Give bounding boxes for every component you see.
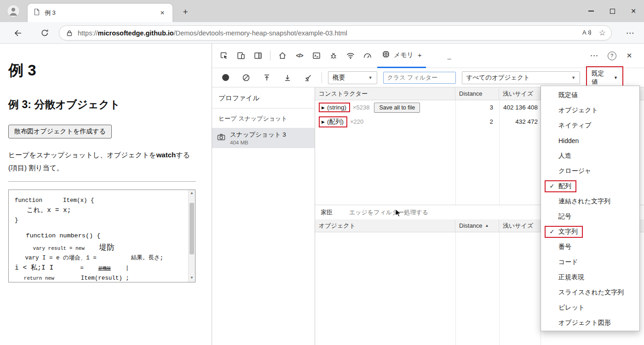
paragraph-text: ヒープをスナップショットし、オブジェクトを [8,151,156,159]
expand-triangle-icon[interactable]: ▶ [322,105,325,110]
collect-garbage-icon[interactable] [301,70,316,85]
chevron-down-icon: ▼ [368,75,373,80]
devtools-close-icon[interactable]: ✕ [622,48,637,63]
column-header-shallow-size[interactable]: 浅いサイズ [499,219,540,232]
code-scrollbar[interactable]: ▲ ▼ [188,190,195,282]
read-aloud-icon[interactable]: A [581,28,592,38]
devtools-help-icon[interactable]: ? [604,48,619,63]
menu-item-object-shape[interactable]: オブジェクト図形 [541,315,639,330]
column-header-shallow-size[interactable]: 浅いサイズ [499,87,540,100]
menu-item-hidden[interactable]: Hidden [541,133,639,148]
menu-item-object[interactable]: オブジェクト [541,103,639,118]
column-header-distance-sorted[interactable]: Distance▲ [455,219,499,232]
toolbar-divider [322,72,322,83]
refresh-button[interactable] [38,26,52,40]
console-icon[interactable] [309,48,324,63]
favorites-star-icon[interactable]: ☆ [599,28,606,38]
device-emulation-icon[interactable] [234,48,248,63]
menu-item-regexp[interactable]: 正規表現 [541,270,639,285]
inspect-element-icon[interactable] [217,48,231,63]
column-header-object[interactable]: オブジェクト [315,219,455,232]
column-divider [499,232,500,345]
menu-item-concat-string[interactable]: 連結された文字列 [541,194,639,209]
browser-menu-icon[interactable]: ⋯ [623,26,638,40]
heap-snapshots-header: ヒープ スナップショット [212,109,315,128]
elements-icon[interactable]: </> [292,48,307,63]
perspective-label: 概要 [333,74,345,82]
menu-item-bigint[interactable]: ビレット [541,300,639,315]
menu-item-sliced-string[interactable]: スライスされた文字列 [541,285,639,300]
url-path: /Demos/devtools-memory-heap-snapshot/exa… [174,29,347,37]
check-icon: ✓ [546,228,558,235]
clear-profiles-icon[interactable] [239,70,253,85]
window-close-button[interactable]: ✕ [623,0,644,22]
expand-triangle-icon[interactable]: ▶ [322,120,325,124]
save-profile-icon[interactable] [259,70,274,85]
page-favicon-icon [33,8,40,17]
menu-item-label: ネイティブ [558,121,592,130]
load-profile-icon[interactable] [280,70,295,85]
column-divider [455,232,456,345]
column-header-distance[interactable]: Distance [455,87,499,100]
code-text: 堤防 [99,241,115,253]
snapshot-name: スナップショット 3 [230,131,286,139]
default-filter-dropdown[interactable]: 既定値 [592,69,609,86]
all-objects-select[interactable]: すべてのオブジェクト ▼ [462,71,580,84]
performance-icon[interactable] [360,48,375,63]
maximize-button[interactable] [602,0,623,22]
scroll-up-icon[interactable]: ▲ [191,190,193,196]
snapshot-list-item[interactable]: スナップショット 3 404 MB [212,128,315,148]
welcome-home-icon[interactable] [275,48,290,63]
page-paragraph: ヒープをスナップショットし、オブジェクトをwatchする(項目) 割り当て。 [8,149,203,174]
add-tools-icon[interactable]: + [418,51,422,59]
page-title: 例 3 [8,60,212,81]
devtools-more-icon[interactable]: ⋯ [587,48,602,63]
profile-avatar-icon[interactable] [7,5,19,17]
menu-item-array[interactable]: ✓配列 [541,178,639,194]
menu-item-closure[interactable]: クロージャ [541,163,639,178]
save-all-to-file-button[interactable]: Save all to file [374,103,420,113]
menu-item-label: 既定値 [558,91,578,99]
address-bar[interactable]: https://microsoftedge.github.io/Demos/de… [59,25,612,40]
perspective-select[interactable]: 概要 ▼ [328,71,377,84]
scrollbar-thumb[interactable] [190,203,194,254]
window-controls: ✕ [581,0,644,22]
menu-item-label: ビレット [558,304,585,312]
browser-tab[interactable]: 例 3 ✕ [28,4,172,22]
menu-item-code[interactable]: コード [541,254,639,270]
record-heap-icon[interactable] [218,70,233,85]
divider [8,181,196,182]
site-info-lock-icon[interactable] [66,29,73,37]
create-scatter-objects-button[interactable]: 散布図オブジェクトを作成する [8,125,112,138]
tab-close-icon[interactable]: ✕ [158,8,167,17]
object-category-menu: 既定値 オブジェクト ネイティブ Hidden 人造 クロージャ ✓配列 連結さ… [540,86,640,331]
class-filter-input[interactable] [383,72,456,84]
url-domain: microsoftedge.github.io [98,29,174,37]
menu-item-native[interactable]: ネイティブ [541,118,639,133]
mouse-cursor [395,209,401,218]
column-header-constructor[interactable]: コンストラクター [315,87,455,100]
svg-text:A: A [582,29,586,36]
menu-item-label: 人造 [558,152,571,160]
memory-chip-icon [381,50,391,60]
menu-item-number[interactable]: 番号 [541,239,639,254]
code-line: return newItem(result) ; [15,274,182,282]
edge-filter-input[interactable]: エッジをフィルター処理する [349,208,428,217]
web-page: 例 3 例 3: 分散オブジェクト 散布図オブジェクトを作成する ヒープをスナッ… [0,44,212,345]
scroll-down-icon[interactable]: ▼ [191,275,193,281]
network-icon[interactable] [343,48,358,63]
menu-item-default[interactable]: 既定値 [541,87,639,103]
issues-bug-icon[interactable] [326,48,341,63]
memory-toolbar: 概要 ▼ すべてのオブジェクト ▼ 既定値 ▼ [212,68,644,87]
tab-memory[interactable]: メモリ + [377,44,426,68]
back-button[interactable] [10,26,24,40]
new-tab-button[interactable]: + [179,6,191,18]
minimize-button[interactable] [581,0,602,22]
dock-side-icon[interactable] [251,48,265,63]
menu-item-symbol[interactable]: 記号 [541,209,639,224]
paragraph-code-word: watch [156,151,176,159]
menu-item-synthetic[interactable]: 人造 [541,148,639,163]
menu-item-label: Hidden [558,137,579,144]
menu-item-string[interactable]: ✓文字列 [541,224,639,239]
devtools-tab-strip: </> メモリ + _ ⋯ ? [212,44,644,68]
